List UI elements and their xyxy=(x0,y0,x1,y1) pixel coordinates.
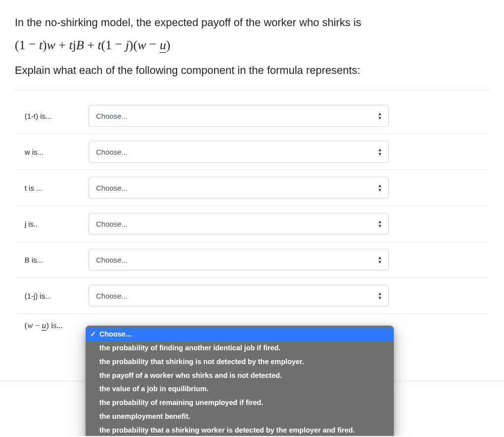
caret-icon xyxy=(378,219,381,229)
dropdown-option-label: the probability of remaining unemployed … xyxy=(99,399,263,406)
row-label: t is ... xyxy=(25,184,89,192)
select-value: Choose... xyxy=(96,256,127,264)
row-label: (1-t) is... xyxy=(25,112,89,120)
form-row-2: w is... Choose... xyxy=(15,134,489,170)
select-value: Choose... xyxy=(96,184,127,192)
select-value: Choose... xyxy=(96,112,127,120)
check-icon: ✓ xyxy=(90,329,96,340)
caret-icon xyxy=(378,111,381,121)
question-intro: In the no-shirking model, the expected p… xyxy=(15,14,489,31)
form-row-1: (1-t) is... Choose... xyxy=(15,98,489,134)
row-label: (1-j) is... xyxy=(25,292,89,300)
select-value: Choose... xyxy=(96,148,127,156)
dropdown-option[interactable]: the probability that a shirking worker i… xyxy=(86,424,394,437)
row-label: B is... xyxy=(25,256,89,264)
select-wu-dropdown[interactable]: ✓ Choose... the probability of finding a… xyxy=(86,326,394,436)
dropdown-option-selected[interactable]: ✓ Choose... xyxy=(86,328,394,341)
dropdown-option-label: the unemployment benefit. xyxy=(99,412,190,420)
question-formula: (1 − t)w + tjB + t(1 − j)(w − u) xyxy=(15,38,489,53)
caret-icon xyxy=(378,291,381,301)
form-row-4: j is.. Choose... xyxy=(15,206,489,242)
row-label: w is... xyxy=(25,148,89,156)
form-row-3: t is ... Choose... xyxy=(15,170,489,206)
select-w[interactable]: Choose... xyxy=(89,141,389,163)
select-1j[interactable]: Choose... xyxy=(89,285,389,306)
caret-icon xyxy=(378,147,381,157)
form-row-6: (1-j) is... Choose... xyxy=(15,278,489,314)
dropdown-option-label: the probability of finding another ident… xyxy=(99,344,281,352)
dropdown-option[interactable]: the probability of finding another ident… xyxy=(86,341,394,355)
caret-icon xyxy=(378,255,381,265)
dropdown-option[interactable]: the probability of remaining unemployed … xyxy=(86,396,394,410)
dropdown-option[interactable]: the payoff of a worker who shirks and is… xyxy=(86,369,394,383)
question-instruction: Explain what each of the following compo… xyxy=(15,62,489,79)
form-row-5: B is... Choose... xyxy=(15,242,489,278)
dropdown-option-label: the payoff of a worker who shirks and is… xyxy=(99,371,282,379)
select-t[interactable]: Choose... xyxy=(89,177,389,199)
select-value: Choose... xyxy=(96,292,127,300)
select-j[interactable]: Choose... xyxy=(89,213,389,235)
row-label: j is.. xyxy=(25,220,89,228)
select-1t[interactable]: Choose... xyxy=(89,105,389,127)
caret-icon xyxy=(378,183,381,193)
dropdown-option-label: the probability that shirking is not det… xyxy=(99,358,304,366)
select-value: Choose... xyxy=(96,220,127,228)
form-area: (1-t) is... Choose... w is... Choose... … xyxy=(0,90,504,337)
dropdown-option[interactable]: the probability that shirking is not det… xyxy=(86,355,394,369)
dropdown-option-label: the probability that a shirking worker i… xyxy=(99,426,355,434)
select-b[interactable]: Choose... xyxy=(89,249,389,270)
dropdown-option-label: Choose... xyxy=(99,330,131,338)
dropdown-option[interactable]: the value of a job in equilibrium. xyxy=(86,382,394,396)
form-row-7: (w − u) is... ✓ Choose... the probabilit… xyxy=(15,314,489,337)
dropdown-option-label: the value of a job in equilibrium. xyxy=(99,385,209,393)
row-label: (w − u) is... xyxy=(25,321,89,331)
dropdown-option[interactable]: the unemployment benefit. xyxy=(86,410,394,424)
